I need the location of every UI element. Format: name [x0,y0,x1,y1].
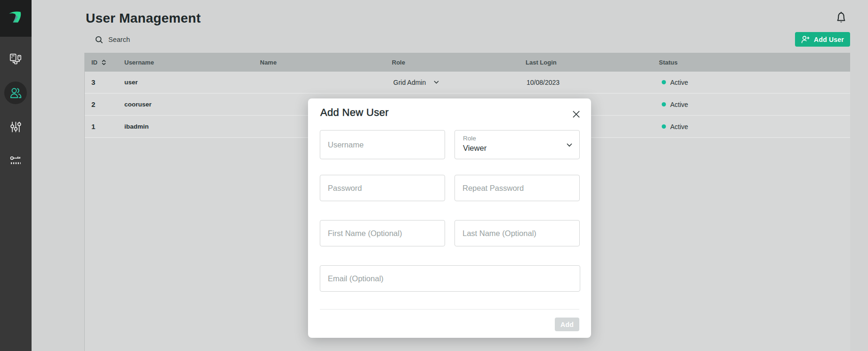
sidebar-item-users[interactable] [4,82,27,104]
logo-block[interactable] [0,0,32,37]
cell-id: 2 [85,100,118,108]
sidebar-item-access[interactable] [4,149,27,172]
column-header-id[interactable]: ID [85,59,118,66]
role-select[interactable]: Role Viewer [454,130,580,159]
sidebar-item-settings[interactable] [4,115,27,138]
users-icon [9,87,22,99]
topology-icon [9,53,22,65]
column-header-name[interactable]: Name [251,59,385,66]
role-select-value: Viewer [463,144,487,153]
chevron-down-icon [434,81,439,84]
column-header-status[interactable]: Status [653,59,850,66]
add-new-user-modal: Add New User Role Viewer Add [308,98,591,338]
modal-title: Add New User [320,106,389,119]
modal-close-button[interactable] [572,110,580,118]
status-dot [662,80,666,84]
last-name-field[interactable] [454,220,580,246]
modal-add-button[interactable]: Add [555,318,579,331]
status-dot [662,124,666,129]
status-label: Active [670,101,688,108]
cell-username: cooruser [118,101,251,108]
sliders-icon [10,121,22,133]
role-dropdown[interactable]: Grid Admin [393,79,439,86]
first-name-field[interactable] [320,220,445,246]
search-icon [95,36,103,44]
sidebar [0,0,32,351]
page-title: User Management [86,11,201,26]
brand-logo-icon [8,11,23,24]
cell-status: Active [653,79,850,86]
user-plus-icon [801,35,810,44]
add-user-label: Add User [814,36,844,43]
username-field[interactable] [320,130,445,159]
cell-id: 1 [85,122,118,131]
chevron-down-icon [567,143,572,147]
repeat-password-field[interactable] [454,175,580,201]
cell-last-login: 10/08/2023 [519,79,653,86]
status-label: Active [670,123,688,131]
add-user-button[interactable]: Add User [795,32,850,47]
modal-divider [320,309,579,310]
password-field[interactable] [320,175,445,201]
table-header-row: ID Username Name Role Last Login Status [85,53,850,72]
key-icon [10,155,22,167]
cell-role: Grid Admin [385,79,519,86]
notifications-bell-button[interactable] [834,11,848,25]
cell-status: Active [653,101,850,108]
email-field[interactable] [320,265,580,292]
search-bar [95,34,250,45]
cell-id: 3 [85,78,118,86]
status-label: Active [670,79,688,86]
column-header-last-login[interactable]: Last Login [519,59,653,66]
sort-icon[interactable] [102,60,106,65]
app-root: User Management Add User ID [0,0,868,351]
close-icon [573,111,580,118]
bell-icon [835,11,847,24]
sidebar-item-topology[interactable] [4,48,27,70]
search-input[interactable] [108,36,250,43]
column-header-role[interactable]: Role [385,59,519,66]
cell-status: Active [653,123,850,131]
role-select-label: Role [463,135,476,142]
cell-username: ibadmin [118,123,251,130]
table-row[interactable]: 3 user Grid Admin 10/08/2023 Active [85,72,850,94]
column-header-username[interactable]: Username [118,59,251,66]
cell-username: user [118,79,251,86]
status-dot [662,102,666,106]
